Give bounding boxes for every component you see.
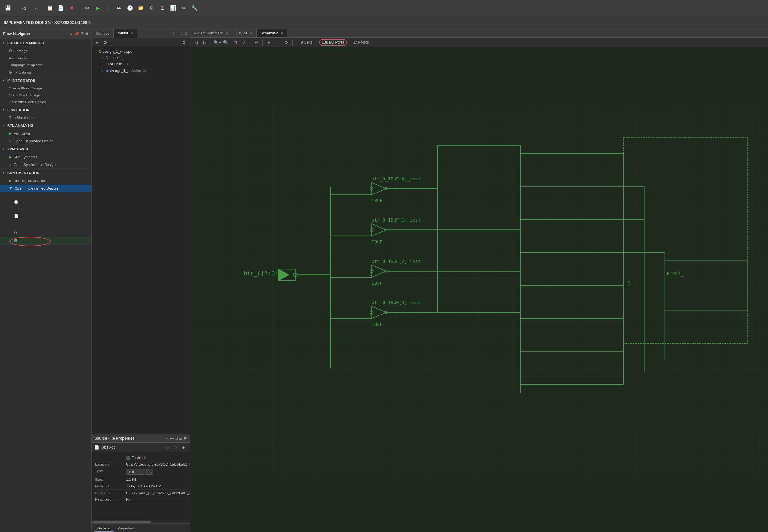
nav-item-add-sources[interactable]: Add Sources: [0, 55, 91, 62]
panel-help-icon[interactable]: ?: [172, 31, 175, 36]
nav-item-report-timing-summary[interactable]: 🕐: [0, 199, 91, 206]
tab-schematic[interactable]: Schematic ✖: [257, 29, 287, 37]
nav-item-settings[interactable]: ⚙ Settings: [0, 47, 91, 55]
nav-item-edit-timing-constraints[interactable]: [0, 195, 91, 199]
nav-item-report-utilization[interactable]: [0, 226, 91, 229]
fit-btn[interactable]: ⊡: [231, 39, 239, 46]
nav-item-run-synthesis[interactable]: ▶ Run Synthesis: [0, 153, 91, 161]
refresh-btn[interactable]: ⟳: [102, 39, 109, 46]
nav-section-header-implementation[interactable]: ▼ IMPLEMENTATION: [0, 169, 91, 177]
add-btn[interactable]: +: [265, 39, 273, 46]
zoom-out-btn[interactable]: 🔍-: [223, 39, 230, 46]
nav-item-create-block-design[interactable]: Create Block Design: [0, 85, 91, 92]
open-icon[interactable]: 📁: [136, 4, 145, 13]
panel-expand-icon[interactable]: ⊡: [184, 31, 187, 36]
nav-section-header-synthesis[interactable]: ▼ SYNTHESIS: [0, 145, 91, 153]
browse-btn[interactable]: ···: [146, 469, 153, 475]
enabled-checkbox[interactable]: ✓: [126, 456, 130, 460]
horizontal-scrollbar[interactable]: [92, 520, 189, 523]
nav-item-report-drc[interactable]: [0, 220, 91, 223]
cells-stat[interactable]: 9 Cells: [299, 40, 314, 45]
props-close-icon[interactable]: ✖: [183, 436, 187, 441]
clock-icon[interactable]: 🕐: [126, 4, 134, 13]
nav-item-run-linter[interactable]: ▶ Run Linter: [0, 130, 91, 137]
nav-item-report-power[interactable]: ⚙: [0, 229, 91, 237]
nav-item-open-elaborated-design[interactable]: ▷ Open Elaborated Design: [0, 137, 91, 145]
netlist-tab-close[interactable]: ✖: [130, 32, 133, 35]
panel-minimize-icon[interactable]: —: [176, 31, 180, 36]
nav-item-open-block-design[interactable]: Open Block Design: [0, 92, 91, 99]
step-icon[interactable]: ⏭: [115, 4, 124, 13]
io-ports-stat[interactable]: 138 I/O Ports: [319, 39, 347, 46]
nav-item-report-clock-interaction[interactable]: [0, 209, 91, 212]
nav-item-open-implemented-design[interactable]: ▼ Open Implemented Design: [0, 185, 91, 192]
zoom-in-btn[interactable]: 🔍+: [214, 39, 221, 46]
nav-item-constraints-wizard[interactable]: [0, 192, 91, 195]
sch-forward-btn[interactable]: ▷: [201, 39, 209, 46]
nav-item-schematic[interactable]: ⊞: [0, 237, 91, 244]
props-next-btn[interactable]: ▷: [172, 444, 178, 450]
new-file-icon[interactable]: 📄: [56, 4, 65, 13]
props-help-icon[interactable]: ?: [166, 436, 168, 441]
nav-help-icon[interactable]: ?: [81, 32, 83, 36]
filter-btn[interactable]: ≡: [94, 39, 101, 46]
nav-item-ip-catalog[interactable]: ⚙ IP Catalog: [0, 69, 91, 76]
type-input[interactable]: [126, 469, 145, 475]
nav-pin-icon[interactable]: 📌: [74, 32, 79, 36]
props-restore-icon[interactable]: □: [175, 436, 177, 441]
edit-icon[interactable]: ✏: [179, 4, 188, 13]
sch-back-btn[interactable]: ◁: [193, 39, 200, 46]
delete-icon[interactable]: ✖: [67, 4, 76, 13]
remove-btn[interactable]: -: [274, 39, 281, 46]
scissors-icon[interactable]: ✂: [83, 4, 91, 13]
ps-tab-close[interactable]: ✖: [225, 32, 228, 35]
nav-item-generate-block-design[interactable]: Generate Block Design: [0, 99, 91, 106]
redo-icon[interactable]: ▷: [30, 4, 39, 13]
nav-section-header-simulation[interactable]: ▼ SIMULATION: [0, 106, 91, 114]
nav-close-icon[interactable]: ✖: [85, 32, 88, 36]
tree-item-nets[interactable]: ▷ Nets (146): [92, 55, 189, 61]
settings-icon[interactable]: ⚙: [147, 4, 156, 13]
nav-section-header-ip-integrator[interactable]: ▼ IP INTEGRATOR: [0, 76, 91, 85]
props-tab-properties[interactable]: Properties: [114, 525, 137, 532]
copy-icon[interactable]: 📋: [46, 4, 54, 13]
nav-section-header-rtl-analysis[interactable]: ▼ RTL ANALYSIS: [0, 121, 91, 130]
nav-item-language-templates[interactable]: Language Templates: [0, 62, 91, 69]
nav-item-report-noise[interactable]: [0, 223, 91, 226]
nav-section-header-project-manager[interactable]: ▼ PROJECT MANAGER: [0, 39, 91, 47]
tree-item-design1-i[interactable]: ▷ ▣ design_1_i (design_1): [92, 67, 189, 74]
nav-item-run-implementation[interactable]: ▶ Run Implementation: [0, 177, 91, 185]
undo-icon[interactable]: ◁: [19, 4, 28, 13]
tab-netlist[interactable]: Netlist ✖: [114, 29, 137, 38]
props-prev-btn[interactable]: ◁: [163, 444, 170, 450]
tool-icon[interactable]: 🔧: [190, 4, 199, 13]
tree-item-leaf-cells[interactable]: ▷ Leaf Cells (8): [92, 61, 189, 67]
tab-project-summary[interactable]: Project Summary ✖: [190, 29, 232, 37]
props-tab-general[interactable]: General: [94, 525, 114, 532]
nav-item-run-simulation[interactable]: Run Simulation: [0, 114, 91, 121]
schematic-tab-close[interactable]: ✖: [281, 32, 283, 35]
device-tab-close[interactable]: ✖: [250, 32, 253, 35]
tree-item-design1-wrapper[interactable]: N design_1_wrapper: [92, 48, 189, 55]
run-icon[interactable]: ▶: [93, 4, 102, 13]
props-settings-btn[interactable]: ⚙: [180, 444, 187, 451]
refresh-sch-btn[interactable]: ⟳: [283, 39, 290, 46]
props-minimize-icon[interactable]: —: [169, 436, 174, 441]
expand-btn[interactable]: ⤢: [240, 39, 248, 46]
tab-sources[interactable]: Sources: [92, 29, 114, 38]
props-expand-icon[interactable]: ⊡: [179, 436, 182, 441]
nav-item-report-methodology[interactable]: 📄: [0, 212, 91, 220]
panel-restore-icon[interactable]: □: [181, 31, 183, 36]
tab-device[interactable]: Device ✖: [232, 29, 257, 37]
save-icon[interactable]: 💾: [4, 4, 13, 13]
nav-item-open-synthesized-design[interactable]: ▷ Open Synthesized Design: [0, 161, 91, 168]
sigma-icon[interactable]: Σ: [158, 4, 167, 13]
nets-stat[interactable]: 146 Nets: [352, 40, 371, 45]
schematic-canvas[interactable]: btn_0[3:0]: [190, 47, 768, 532]
undo-sch-btn[interactable]: ↩: [253, 39, 260, 46]
pause-icon[interactable]: ⏸: [104, 4, 113, 13]
nav-collapse-icon[interactable]: ≡: [70, 32, 72, 36]
nav-item-report-clock-networks[interactable]: [0, 206, 91, 209]
chart-icon[interactable]: 📊: [169, 4, 177, 13]
settings-btn[interactable]: ⚙: [181, 39, 187, 46]
